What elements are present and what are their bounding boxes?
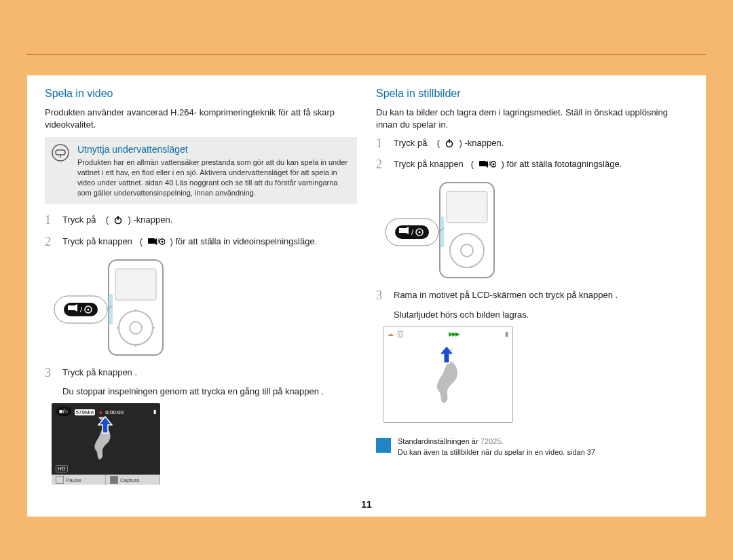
svg-point-11 [130, 322, 142, 334]
right-step-1: 1 Tryck på ( ) -knappen. [376, 137, 688, 151]
svg-point-10 [119, 311, 153, 345]
right-heading: Spela in stillbilder [376, 88, 688, 100]
record-time: 0:00:00 [105, 409, 124, 415]
right-column: Spela in stillbilder Du kan ta bilder oc… [376, 88, 688, 510]
device-figure-right: / [379, 179, 688, 281]
svg-point-35 [419, 231, 421, 234]
manual-page: Spela in video Produkten använder avance… [27, 75, 706, 517]
left-intro: Produkten använder avancerad H.264- komp… [45, 107, 357, 130]
svg-point-0 [52, 145, 69, 161]
power-icon [445, 138, 454, 151]
up-arrow-icon [96, 415, 115, 436]
card-icon: ▯ [398, 331, 403, 337]
battery-icon: ▮ [505, 331, 508, 337]
battery-icon: ▮ [153, 409, 156, 415]
diving-mask-icon [52, 144, 69, 162]
svg-rect-1 [56, 150, 65, 155]
minutes-remaining: 579Min [75, 409, 95, 415]
right-step-3-sub: Slutarljudet hörs och bilden lagras. [394, 309, 688, 321]
right-step-2-pre: Tryck på knappen [394, 159, 464, 169]
hd-badge: HD [56, 465, 68, 472]
note-line1-post: . [501, 437, 503, 445]
capture-control: Capture [106, 475, 160, 485]
left-step-3: 3 Tryck på knappen . [45, 367, 357, 379]
top-rule [27, 54, 706, 55]
svg-rect-32 [399, 228, 406, 233]
note-line1-val: 72025 [481, 437, 502, 445]
underwater-callout: Utnyttja undervattensläget Produkten har… [45, 137, 357, 204]
cloud-icon: ☁ [388, 331, 394, 337]
right-intro: Du kan ta bilder och lagra dem i lagring… [376, 107, 688, 130]
note-line1-pre: Standardinställningen är [398, 437, 481, 445]
left-step-1-pre: Tryck på [62, 214, 96, 225]
left-heading: Spela in video [45, 88, 357, 100]
up-arrow-icon [436, 344, 457, 367]
svg-point-24 [493, 164, 495, 166]
video-preview-dark: ■/○ 579Min ● 0:00:00 ▮ HD Pause Capture [52, 403, 160, 485]
left-step-3-sub: Du stoppar inspelningen genom att trycka… [62, 386, 357, 398]
right-step-2: 2 Tryck på knappen ( / ) för att ställa … [376, 158, 688, 172]
page-number: 11 [27, 499, 706, 510]
left-step-2: 2 Tryck på knappen ( / ) för att ställa … [45, 236, 357, 250]
svg-point-7 [162, 240, 164, 242]
note-square-icon [376, 438, 391, 453]
svg-point-28 [461, 244, 473, 257]
burst-icon: ▶▶▶ [449, 331, 459, 337]
document-frame: Spela in video Produkten använder avance… [0, 0, 733, 560]
callout-title: Utnyttja undervattensläget [77, 144, 349, 155]
callout-body: Produkten har en allmän vattensäker pres… [77, 157, 349, 198]
svg-point-27 [450, 234, 484, 267]
pause-control: Pause [52, 475, 106, 485]
left-step-1: 1 Tryck på ( ) -knappen. [45, 214, 357, 228]
left-step-2-pre: Tryck på knappen [62, 236, 132, 246]
note-block: Standardinställningen är 72025. Du kan ä… [376, 436, 688, 458]
svg-rect-15 [68, 305, 75, 310]
left-column: Spela in video Produkten använder avance… [45, 88, 357, 510]
svg-rect-21 [479, 161, 486, 166]
svg-rect-29 [440, 217, 444, 247]
svg-rect-26 [447, 191, 487, 223]
right-step-3-line: Rama in motivet på LCD-skärmen och tryck… [394, 289, 688, 301]
svg-point-18 [88, 308, 90, 310]
video-photo-mode-icon: / [147, 237, 165, 250]
right-step-2-post: för att ställa fototagningsläge. [506, 159, 622, 169]
video-photo-mode-icon: / [478, 160, 496, 172]
photo-preview-light: ☁ ▯ ▶▶▶ ▮ [383, 326, 513, 423]
right-step-3: 3 Rama in motivet på LCD-skärmen och try… [376, 289, 688, 301]
left-step-1-post: -knappen. [134, 214, 173, 225]
right-step-1-pre: Tryck på [394, 138, 427, 148]
svg-rect-9 [115, 269, 156, 300]
left-step-2-post: för att ställa in videoinspelningsläge. [175, 236, 317, 246]
right-step-1-post: -knappen. [465, 138, 504, 148]
mode-pill-icon: ■/○ [56, 407, 71, 416]
device-figure-left: / [48, 257, 357, 358]
left-step-3-line: Tryck på knappen . [62, 367, 357, 379]
svg-rect-12 [109, 294, 113, 324]
note-line2: Du kan även ta stillbilder när du spelar… [398, 447, 595, 458]
svg-rect-4 [148, 238, 155, 244]
power-icon [113, 215, 123, 228]
